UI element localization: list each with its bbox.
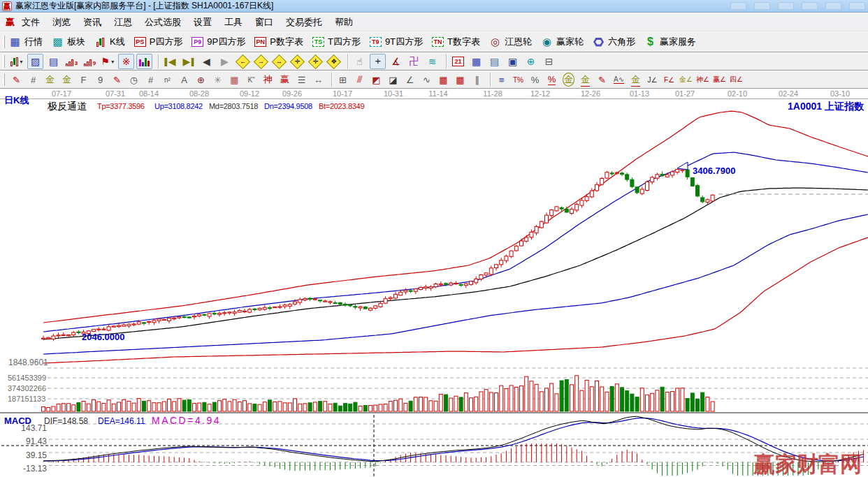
draw-ying-angle[interactable]: 赢∠ xyxy=(712,72,727,87)
draw-angle-lines[interactable]: ∠ xyxy=(403,72,417,87)
tool-step-3-chart[interactable]: 3 xyxy=(64,54,80,69)
menu-0[interactable]: 文件 xyxy=(22,16,40,29)
tool-diamond-v[interactable]: ✛ xyxy=(289,54,305,69)
toolbar-grip[interactable] xyxy=(3,73,5,86)
toolbar-main-t-number-table[interactable]: TNT数字表 xyxy=(432,36,480,48)
toolbar-main-t-square[interactable]: TST四方形 xyxy=(312,36,361,48)
toolbar-main-kline[interactable]: K线 xyxy=(94,36,125,48)
tool-diamond-expand[interactable]: ✥ xyxy=(326,54,342,69)
draw-brush-red-2[interactable]: ✎ xyxy=(595,72,609,87)
tool-save-disk[interactable]: ▣ xyxy=(505,54,521,69)
tool-kline-style-dropdown[interactable]: ▼ xyxy=(9,54,25,69)
toolbar-main-9p-square[interactable]: P99P四方形 xyxy=(191,36,245,48)
tool-info-panel[interactable]: ▤ xyxy=(45,54,62,69)
menu-8[interactable]: 交易委托 xyxy=(286,16,322,29)
draw-gold-grid-1[interactable]: 金 xyxy=(43,72,57,87)
draw-gold-underline[interactable]: 金 xyxy=(628,72,643,87)
draw-gold-angle[interactable]: 金∠ xyxy=(679,72,693,87)
toolbar-main-winner-wheel[interactable]: ◉赢家轮 xyxy=(541,36,584,48)
draw-gold-line[interactable]: 金 xyxy=(578,72,593,87)
draw-k-notation[interactable]: K" xyxy=(244,72,259,87)
menu-7[interactable]: 窗口 xyxy=(255,16,273,29)
draw-grid-hash-2[interactable]: # xyxy=(143,72,158,87)
draw-box-grid[interactable]: ▦ xyxy=(227,72,242,87)
tool-calendar[interactable]: 21 xyxy=(450,54,466,69)
draw-gold-circle[interactable]: 金 xyxy=(561,72,576,87)
tool-chart-zoom[interactable]: ▨ xyxy=(27,54,43,69)
window-button-4[interactable] xyxy=(802,2,818,10)
draw-time-cycle[interactable]: ◷ xyxy=(126,72,141,87)
toolbar-grip[interactable] xyxy=(3,55,5,68)
window-button-3[interactable] xyxy=(778,2,794,10)
draw-wave-check[interactable]: ∿ xyxy=(419,72,434,87)
draw-ruler-123[interactable]: ☰ xyxy=(294,72,309,87)
tool-export-web[interactable]: ⊕ xyxy=(523,54,539,69)
toolbar-main-hexagon[interactable]: 六角形 xyxy=(593,36,635,48)
tool-last-page[interactable]: ▶▐ xyxy=(180,54,196,69)
toolbar-main-9t-square[interactable]: T99T四方形 xyxy=(370,36,423,48)
draw-ying-tool[interactable]: 赢 xyxy=(277,72,292,87)
toolbar-main-sectors[interactable]: ▩板块 xyxy=(52,36,85,48)
draw-rays-red[interactable]: ⫻ xyxy=(352,72,367,87)
draw-frame-tool[interactable]: ⊞ xyxy=(335,72,350,87)
draw-j-angle[interactable]: J∠ xyxy=(645,72,660,87)
draw-grid-hash-1[interactable]: # xyxy=(26,72,41,87)
tool-calculator[interactable]: ▦ xyxy=(468,54,484,69)
tool-color-histogram[interactable] xyxy=(136,54,152,69)
draw-star-grid[interactable]: ✳ xyxy=(210,72,225,87)
toolbar-grip[interactable] xyxy=(3,36,5,48)
toolbar-main-p-square[interactable]: PSP四方形 xyxy=(134,36,183,48)
tool-step-9-chart[interactable]: 9 xyxy=(82,54,98,69)
draw-width-measure[interactable]: ↔ xyxy=(311,72,326,87)
draw-fan-box-1[interactable]: ◩ xyxy=(369,72,384,87)
draw-si-angle[interactable]: 四∠ xyxy=(729,72,744,87)
tool-export-print[interactable]: ⊟ xyxy=(541,54,557,69)
draw-n-squared[interactable]: n² xyxy=(160,72,175,87)
tool-gann-grid-tool[interactable]: 卍 xyxy=(406,54,422,69)
draw-ladder-tool[interactable]: ≡ xyxy=(494,72,509,87)
tool-prev-page[interactable]: ◀ xyxy=(198,54,215,69)
draw-brush-red-1[interactable]: ✎ xyxy=(110,72,124,87)
menu-9[interactable]: 帮助 xyxy=(335,16,353,29)
menu-6[interactable]: 工具 xyxy=(224,16,243,29)
menu-2[interactable]: 资讯 xyxy=(83,16,101,29)
draw-gold-grid-2[interactable]: 金 xyxy=(59,72,74,87)
draw-av-wave[interactable]: A∿ xyxy=(612,72,626,87)
draw-percent[interactable]: % xyxy=(528,72,542,87)
menu-3[interactable]: 江恩 xyxy=(114,16,132,29)
tool-next-page[interactable]: ▶ xyxy=(217,54,233,69)
menu-1[interactable]: 浏览 xyxy=(52,16,71,29)
window-button-5[interactable] xyxy=(825,2,841,10)
tool-flag-marker-dropdown[interactable]: ⚑▼ xyxy=(100,54,116,69)
draw-nine-spiral[interactable]: 9 xyxy=(93,72,108,87)
window-button-1[interactable] xyxy=(730,2,746,10)
draw-letter-mirror[interactable]: A xyxy=(177,72,191,87)
toolbar-main-quotes[interactable]: ▦行情 xyxy=(9,36,43,48)
draw-red-grid-1[interactable]: ▦ xyxy=(436,72,451,87)
tool-diamond-right[interactable]: → xyxy=(253,54,269,69)
tool-crosshair[interactable]: ＋ xyxy=(370,54,386,69)
draw-pen-compass[interactable]: ✎ xyxy=(9,72,24,87)
tool-angle-measure[interactable]: ∡ xyxy=(388,54,404,69)
draw-f-grid[interactable]: F xyxy=(76,72,91,87)
draw-t-percent[interactable]: T% xyxy=(511,72,526,87)
draw-compass-circle[interactable]: ⊕ xyxy=(194,72,208,87)
window-button-6[interactable] xyxy=(849,2,865,10)
toolbar-main-winner-service[interactable]: $赢家服务 xyxy=(644,36,696,48)
draw-fan-box-2[interactable]: ◪ xyxy=(386,72,400,87)
toolbar-main-p-number-table[interactable]: PNP数字表 xyxy=(254,36,303,48)
tool-diamond-cross[interactable]: ✛ xyxy=(308,54,324,69)
window-button-2[interactable] xyxy=(754,2,770,10)
tool-hand-drag[interactable]: ☝ xyxy=(352,54,368,69)
tool-gann-shape[interactable]: ※ xyxy=(118,54,134,69)
tool-diamond-left[interactable]: ← xyxy=(235,54,251,69)
menu-4[interactable]: 公式选股 xyxy=(145,16,181,29)
draw-shen-tool[interactable]: 神 xyxy=(261,72,275,87)
tool-first-page[interactable]: ▌◀ xyxy=(162,54,178,69)
draw-parallel-lines[interactable]: ∥ xyxy=(470,72,484,87)
menu-5[interactable]: 设置 xyxy=(194,16,212,29)
tool-diamond-h[interactable]: ↔ xyxy=(271,54,287,69)
tool-notes[interactable]: ▤ xyxy=(486,54,502,69)
draw-f-angle[interactable]: F∠ xyxy=(662,72,677,87)
draw-shen-angle[interactable]: 神∠ xyxy=(695,72,710,87)
